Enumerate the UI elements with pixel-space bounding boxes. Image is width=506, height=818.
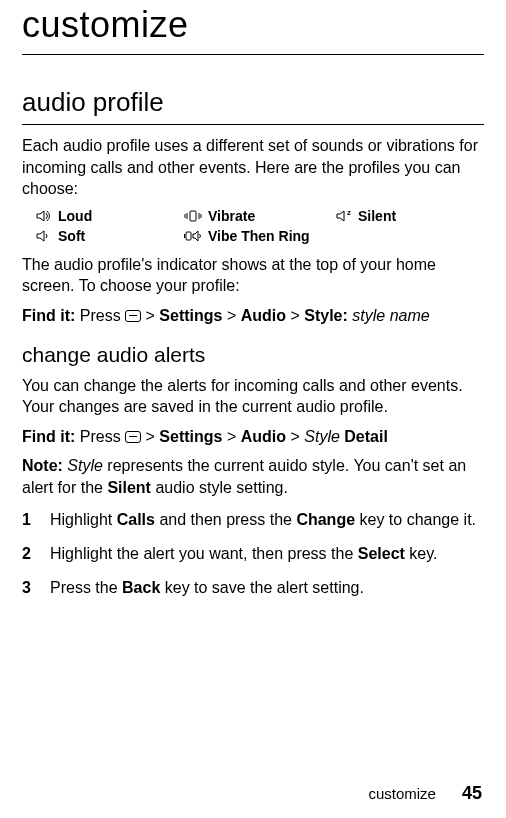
profile-label: Loud bbox=[58, 208, 92, 224]
profile-label: Vibe Then Ring bbox=[208, 228, 310, 244]
note-label: Note: bbox=[22, 457, 63, 474]
profile-vibe-then-ring: Vibe Then Ring bbox=[184, 228, 334, 244]
page-title: customize bbox=[22, 0, 484, 46]
subsection-heading: change audio alerts bbox=[22, 343, 484, 367]
svg-rect-0 bbox=[190, 211, 196, 221]
soft-icon bbox=[34, 229, 52, 243]
step-1: 1Highlight Calls and then press the Chan… bbox=[22, 509, 484, 531]
section-rule bbox=[22, 124, 484, 125]
section-heading: audio profile bbox=[22, 87, 484, 118]
step-3: 3Press the Back key to save the alert se… bbox=[22, 577, 484, 599]
find-it-label: Find it: bbox=[22, 428, 75, 445]
footer-section: customize bbox=[368, 785, 436, 802]
subsection-body: You can change the alerts for incoming c… bbox=[22, 375, 484, 418]
find-it-2: Find it: Press > Settings > Audio > Styl… bbox=[22, 426, 484, 448]
profile-label: Silent bbox=[358, 208, 396, 224]
silent-icon: z bbox=[334, 209, 352, 223]
note-paragraph: Note: Style represents the current auido… bbox=[22, 455, 484, 498]
menu-key-icon bbox=[125, 310, 141, 322]
vibrate-icon bbox=[184, 209, 202, 223]
profile-silent: z Silent bbox=[334, 208, 484, 224]
profile-soft: Soft bbox=[34, 228, 184, 244]
step-2: 2Highlight the alert you want, then pres… bbox=[22, 543, 484, 565]
svg-text:z: z bbox=[347, 209, 351, 217]
page-root: customize audio profile Each audio profi… bbox=[0, 0, 506, 818]
profile-grid: Loud Vibrate z Silent Soft Vibe Then Rin… bbox=[34, 208, 484, 244]
loud-icon bbox=[34, 209, 52, 223]
after-profiles-text: The audio profile's indicator shows at t… bbox=[22, 254, 484, 297]
title-rule bbox=[22, 54, 484, 55]
profile-label: Vibrate bbox=[208, 208, 255, 224]
profile-vibrate: Vibrate bbox=[184, 208, 334, 224]
section-intro: Each audio profile uses a different set … bbox=[22, 135, 484, 200]
steps-list: 1Highlight Calls and then press the Chan… bbox=[22, 509, 484, 600]
profile-loud: Loud bbox=[34, 208, 184, 224]
profile-label: Soft bbox=[58, 228, 85, 244]
menu-key-icon bbox=[125, 431, 141, 443]
footer-page-number: 45 bbox=[462, 783, 482, 804]
page-footer: customize 45 bbox=[368, 783, 482, 804]
find-it-1: Find it: Press > Settings > Audio > Styl… bbox=[22, 305, 484, 327]
find-it-label: Find it: bbox=[22, 307, 75, 324]
vibe-ring-icon bbox=[184, 229, 202, 243]
svg-rect-2 bbox=[186, 232, 191, 240]
